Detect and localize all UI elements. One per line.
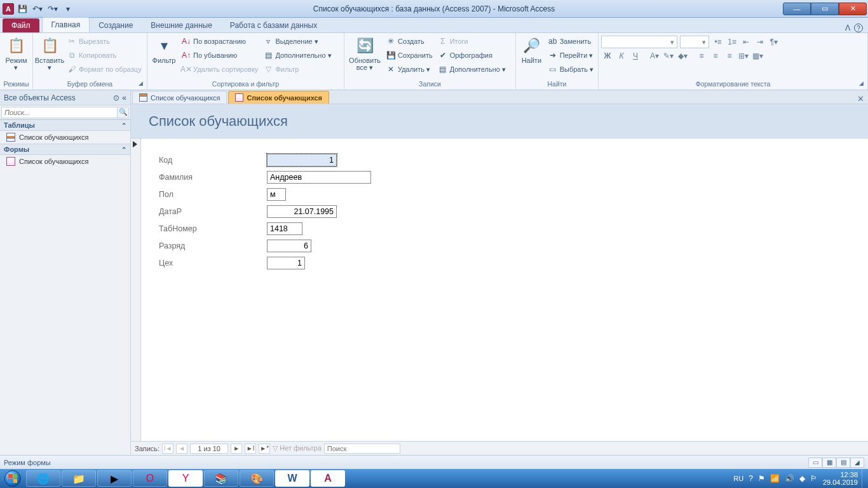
replace-button[interactable]: abЗаменить [546, 34, 595, 48]
new-record-button[interactable]: ✳Создать [384, 34, 435, 48]
search-icon[interactable]: 🔍 [118, 107, 129, 118]
tray-flag-icon[interactable]: 🏳 [810, 474, 818, 483]
more-records-button[interactable]: ▤Дополнительно ▾ [436, 62, 508, 76]
show-desktop-button[interactable] [862, 469, 868, 488]
underline-icon[interactable]: Ч [629, 50, 642, 62]
minimize-ribbon-icon[interactable]: ᐱ [845, 24, 850, 32]
doc-tab-table[interactable]: Список обучающихся [132, 91, 227, 104]
field-input[interactable]: 1 [267, 154, 337, 166]
tab-database-tools[interactable]: Работа с базами данных [221, 18, 326, 32]
qat-customize-icon[interactable]: ▾ [61, 2, 75, 16]
find-button[interactable]: 🔎 Найти [519, 34, 545, 65]
highlight-icon[interactable]: ✎▾ [662, 50, 675, 62]
taskbar-explorer[interactable]: 📁 [62, 470, 96, 487]
form-view-button[interactable]: ▭ [808, 458, 822, 468]
italic-icon[interactable]: К [615, 50, 628, 62]
taskbar-winrar[interactable]: 📚 [204, 470, 238, 487]
nav-pane-header[interactable]: Все объекты Access ⊙« [0, 90, 130, 105]
totals-button[interactable]: ΣИтоги [436, 34, 508, 48]
new-record-nav-button[interactable]: ►* [259, 444, 270, 454]
tray-action-icon[interactable]: ⚑ [758, 474, 765, 483]
taskbar-yandex[interactable]: Y [168, 470, 203, 487]
indent-inc-icon[interactable]: ⇥ [754, 36, 766, 48]
record-selector[interactable] [131, 139, 141, 441]
record-search-input[interactable] [324, 444, 400, 454]
datasheet-view-button[interactable]: ▦ [822, 458, 836, 468]
file-tab[interactable]: Файл [3, 18, 39, 32]
font-size-combo[interactable]: ▾ [680, 36, 709, 48]
toggle-filter-button[interactable]: ▽Фильтр [261, 62, 333, 76]
align-center-icon[interactable]: ≡ [709, 50, 722, 62]
nav-search-input[interactable] [1, 107, 118, 118]
numbering-icon[interactable]: 1≡ [726, 36, 738, 48]
last-record-button[interactable]: ►I [245, 444, 256, 454]
sort-desc-button[interactable]: A↑По убыванию [179, 48, 260, 62]
close-button[interactable]: ✕ [839, 3, 867, 15]
tray-app-icon[interactable]: ◆ [799, 474, 805, 483]
sort-asc-button[interactable]: A↓По возрастанию [179, 34, 260, 48]
nav-dropdown-icon[interactable]: ⊙ [113, 93, 119, 102]
undo-icon[interactable]: ↶▾ [31, 2, 44, 16]
bold-icon[interactable]: Ж [601, 50, 614, 62]
copy-button[interactable]: ⧉Копировать [65, 48, 144, 62]
nav-item-table[interactable]: Список обучающихся [0, 131, 130, 144]
record-counter[interactable]: 1 из 10 [190, 444, 228, 454]
minimize-button[interactable]: — [783, 3, 811, 15]
text-dir-icon[interactable]: ¶▾ [768, 36, 780, 48]
maximize-button[interactable]: ▭ [811, 3, 839, 15]
tray-network-icon[interactable]: 📶 [770, 474, 780, 483]
save-record-button[interactable]: 💾Сохранить [384, 48, 435, 62]
taskbar-opera[interactable]: O [133, 470, 167, 487]
align-left-icon[interactable]: ≡ [695, 50, 708, 62]
align-right-icon[interactable]: ≡ [723, 50, 736, 62]
dialog-launcher-icon[interactable]: ◢ [139, 80, 143, 86]
field-input[interactable]: м [267, 188, 286, 201]
cut-button[interactable]: ✂Вырезать [65, 34, 144, 48]
save-icon[interactable]: 💾 [15, 2, 29, 16]
start-button[interactable] [0, 469, 25, 488]
field-input[interactable]: 1418 [267, 222, 302, 235]
tab-external-data[interactable]: Внешние данные [142, 18, 221, 32]
clear-sort-button[interactable]: A✕Удалить сортировку [179, 62, 260, 76]
help-icon[interactable]: ? [854, 24, 863, 32]
taskbar-media[interactable]: ▶ [97, 470, 132, 487]
taskbar-clock[interactable]: 12:3829.04.2019 [823, 471, 858, 486]
gridlines-icon[interactable]: ⊞▾ [737, 50, 750, 62]
taskbar-access[interactable]: A [311, 470, 345, 487]
delete-record-button[interactable]: ✕Удалить ▾ [384, 62, 435, 76]
first-record-button[interactable]: I◄ [162, 444, 173, 454]
close-tab-button[interactable]: ✕ [857, 94, 864, 104]
dialog-launcher-icon[interactable]: ◢ [859, 80, 864, 86]
language-indicator[interactable]: RU [733, 475, 743, 482]
layout-view-button[interactable]: ▤ [836, 458, 850, 468]
goto-button[interactable]: ➔Перейти ▾ [546, 48, 595, 62]
field-input[interactable]: 1 [267, 257, 305, 269]
refresh-all-button[interactable]: 🔄 Обновитьвсе ▾ [347, 34, 383, 72]
spelling-button[interactable]: ✔Орфография [436, 48, 508, 62]
font-color-icon[interactable]: A▾ [648, 50, 661, 62]
tab-home[interactable]: Главная [42, 17, 90, 32]
advanced-filter-button[interactable]: ▤Дополнительно ▾ [261, 48, 333, 62]
taskbar-paint[interactable]: 🎨 [240, 470, 274, 487]
taskbar-word[interactable]: W [275, 470, 309, 487]
font-name-combo[interactable]: ▾ [601, 36, 677, 48]
app-icon[interactable]: A [3, 3, 14, 15]
tab-create[interactable]: Создание [90, 18, 142, 32]
doc-tab-form[interactable]: Список обучающихся [228, 91, 329, 104]
field-input[interactable]: 6 [267, 240, 311, 252]
next-record-button[interactable]: ► [231, 444, 242, 454]
prev-record-button[interactable]: ◄ [176, 444, 187, 454]
design-view-button[interactable]: ◢ [850, 458, 864, 468]
nav-collapse-icon[interactable]: « [122, 93, 126, 102]
format-painter-button[interactable]: 🖌Формат по образцу [65, 62, 144, 76]
filter-button[interactable]: ▾ Фильтр [150, 34, 178, 65]
alt-row-icon[interactable]: ▦▾ [751, 50, 764, 62]
nav-group-tables[interactable]: Таблицы⌃ [0, 119, 130, 131]
nav-group-forms[interactable]: Формы⌃ [0, 144, 130, 155]
field-input[interactable]: 21.07.1995 [267, 205, 337, 218]
select-button[interactable]: ▭Выбрать ▾ [546, 62, 595, 76]
view-mode-button[interactable]: 📋 Режим▾ [3, 34, 30, 72]
selection-filter-button[interactable]: ▿Выделение ▾ [261, 34, 333, 48]
redo-icon[interactable]: ↷▾ [46, 2, 60, 16]
taskbar-ie[interactable]: 🌐 [26, 470, 60, 487]
